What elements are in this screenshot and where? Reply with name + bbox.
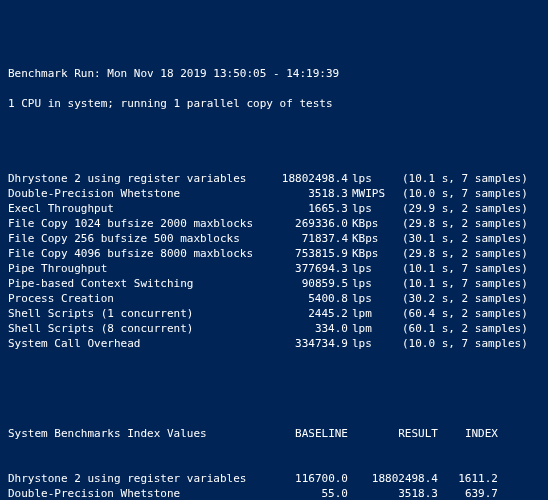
test-name: Pipe-based Context Switching	[8, 276, 268, 291]
test-row: Dhrystone 2 using register variables1880…	[8, 171, 540, 186]
test-unit: KBps	[348, 231, 394, 246]
test-unit: lps	[348, 291, 394, 306]
test-unit: KBps	[348, 246, 394, 261]
index-baseline: 55.0	[268, 486, 348, 500]
index-row: Double-Precision Whetstone55.03518.3639.…	[8, 486, 540, 500]
test-detail: (10.1 s, 7 samples)	[394, 171, 528, 186]
test-value: 18802498.4	[268, 171, 348, 186]
test-name: Dhrystone 2 using register variables	[8, 171, 268, 186]
test-unit: lps	[348, 171, 394, 186]
test-value: 334.0	[268, 321, 348, 336]
test-row: Execl Throughput1665.3lps(29.9 s, 2 samp…	[8, 201, 540, 216]
cpu-line: 1 CPU in system; running 1 parallel copy…	[8, 96, 540, 111]
test-detail: (60.1 s, 2 samples)	[394, 321, 528, 336]
test-detail: (10.1 s, 7 samples)	[394, 261, 528, 276]
test-detail: (30.1 s, 2 samples)	[394, 231, 528, 246]
index-name: Dhrystone 2 using register variables	[8, 471, 268, 486]
test-unit: lpm	[348, 306, 394, 321]
test-detail: (29.9 s, 2 samples)	[394, 201, 528, 216]
test-detail: (10.0 s, 7 samples)	[394, 336, 528, 351]
test-name: Pipe Throughput	[8, 261, 268, 276]
test-unit: lpm	[348, 321, 394, 336]
index-index: 639.7	[438, 486, 498, 500]
test-row: File Copy 1024 bufsize 2000 maxblocks269…	[8, 216, 540, 231]
test-value: 71837.4	[268, 231, 348, 246]
index-header-index: INDEX	[438, 426, 498, 441]
index-header-baseline: BASELINE	[268, 426, 348, 441]
test-row: Process Creation5400.8lps(30.2 s, 2 samp…	[8, 291, 540, 306]
test-unit: lps	[348, 276, 394, 291]
test-unit: lps	[348, 336, 394, 351]
test-value: 90859.5	[268, 276, 348, 291]
blank-line	[8, 126, 540, 141]
index-index: 1611.2	[438, 471, 498, 486]
test-row: Shell Scripts (8 concurrent)334.0lpm(60.…	[8, 321, 540, 336]
test-row: Pipe Throughput377694.3lps(10.1 s, 7 sam…	[8, 261, 540, 276]
test-unit: lps	[348, 261, 394, 276]
test-detail: (29.8 s, 2 samples)	[394, 216, 528, 231]
test-value: 5400.8	[268, 291, 348, 306]
test-row: Pipe-based Context Switching90859.5lps(1…	[8, 276, 540, 291]
test-name: File Copy 1024 bufsize 2000 maxblocks	[8, 216, 268, 231]
test-detail: (60.4 s, 2 samples)	[394, 306, 528, 321]
index-name: Double-Precision Whetstone	[8, 486, 268, 500]
test-row: Double-Precision Whetstone3518.3MWIPS(10…	[8, 186, 540, 201]
index-header-title: System Benchmarks Index Values	[8, 426, 268, 441]
blank-line	[8, 381, 540, 396]
test-value: 269336.0	[268, 216, 348, 231]
run-line: Benchmark Run: Mon Nov 18 2019 13:50:05 …	[8, 66, 540, 81]
test-detail: (30.2 s, 2 samples)	[394, 291, 528, 306]
test-value: 334734.9	[268, 336, 348, 351]
index-result: 3518.3	[348, 486, 438, 500]
index-header-result: RESULT	[348, 426, 438, 441]
test-unit: MWIPS	[348, 186, 394, 201]
test-value: 377694.3	[268, 261, 348, 276]
test-value: 753815.9	[268, 246, 348, 261]
test-name: File Copy 256 bufsize 500 maxblocks	[8, 231, 268, 246]
test-unit: lps	[348, 201, 394, 216]
test-unit: KBps	[348, 216, 394, 231]
indices-block: Dhrystone 2 using register variables1167…	[8, 471, 540, 500]
test-name: Shell Scripts (1 concurrent)	[8, 306, 268, 321]
test-name: Execl Throughput	[8, 201, 268, 216]
test-name: Shell Scripts (8 concurrent)	[8, 321, 268, 336]
index-result: 18802498.4	[348, 471, 438, 486]
test-name: Process Creation	[8, 291, 268, 306]
test-row: File Copy 4096 bufsize 8000 maxblocks753…	[8, 246, 540, 261]
test-detail: (29.8 s, 2 samples)	[394, 246, 528, 261]
test-value: 3518.3	[268, 186, 348, 201]
test-name: Double-Precision Whetstone	[8, 186, 268, 201]
index-baseline: 116700.0	[268, 471, 348, 486]
test-name: File Copy 4096 bufsize 8000 maxblocks	[8, 246, 268, 261]
test-row: Shell Scripts (1 concurrent)2445.2lpm(60…	[8, 306, 540, 321]
index-header: System Benchmarks Index Values BASELINE …	[8, 426, 540, 441]
test-value: 2445.2	[268, 306, 348, 321]
test-detail: (10.0 s, 7 samples)	[394, 186, 528, 201]
tests-block: Dhrystone 2 using register variables1880…	[8, 171, 540, 351]
test-row: File Copy 256 bufsize 500 maxblocks71837…	[8, 231, 540, 246]
index-row: Dhrystone 2 using register variables1167…	[8, 471, 540, 486]
test-row: System Call Overhead334734.9lps(10.0 s, …	[8, 336, 540, 351]
test-name: System Call Overhead	[8, 336, 268, 351]
test-value: 1665.3	[268, 201, 348, 216]
test-detail: (10.1 s, 7 samples)	[394, 276, 528, 291]
